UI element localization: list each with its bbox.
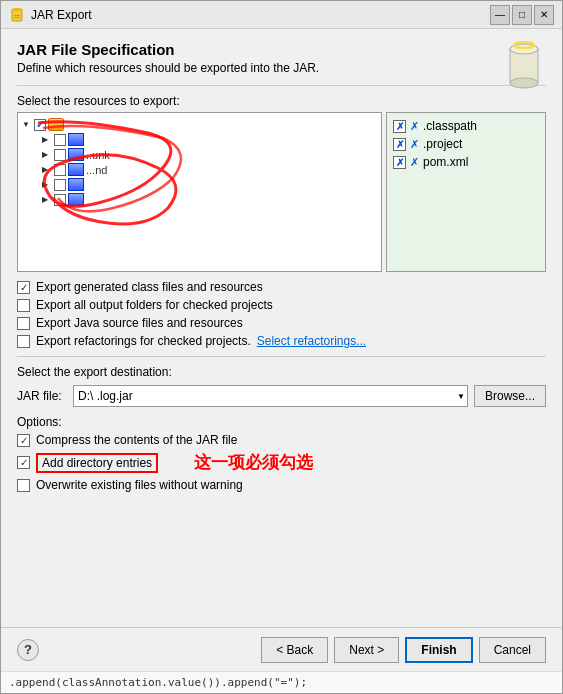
export-option-2[interactable]: Export all output folders for checked pr… <box>17 298 546 312</box>
file-item-pom[interactable]: ✗ ✗ pom.xml <box>393 155 539 169</box>
file-item-project[interactable]: ✗ ✗ .project <box>393 137 539 151</box>
next-button[interactable]: Next > <box>334 637 399 663</box>
overwrite-label: Overwrite existing files without warning <box>36 478 243 492</box>
export-option-label-3: Export Java source files and resources <box>36 316 243 330</box>
divider-1 <box>17 356 546 357</box>
pom-label: pom.xml <box>423 155 468 169</box>
tree-arrow: ▶ <box>42 165 52 174</box>
tree-panel[interactable]: ▼ ✓ ▶ ▶ ..unk <box>17 112 382 272</box>
help-button[interactable]: ? <box>17 639 39 661</box>
svg-point-1 <box>14 8 20 11</box>
classpath-checkbox[interactable]: ✗ <box>393 120 406 133</box>
tree-item-4[interactable]: ▶ ...nd <box>22 162 377 177</box>
footer-left: ? <box>17 639 39 661</box>
svg-point-6 <box>510 78 538 88</box>
main-content: JAR File Specification Define which reso… <box>1 29 562 627</box>
dialog-title: JAR File Specification <box>17 41 486 58</box>
file-item-classpath[interactable]: ✗ ✗ .classpath <box>393 119 539 133</box>
add-dir-label: Add directory entries <box>36 453 158 473</box>
svg-rect-2 <box>14 15 20 16</box>
tree-icon-4 <box>68 163 84 176</box>
tree-arrow: ▶ <box>42 150 52 159</box>
tree-item-3[interactable]: ▶ ..unk <box>22 147 377 162</box>
export-option-label-1: Export generated class files and resourc… <box>36 280 263 294</box>
export-option-label-2: Export all output folders for checked pr… <box>36 298 273 312</box>
svg-rect-3 <box>14 17 20 18</box>
window-controls: — □ ✕ <box>490 5 554 25</box>
project-checkbox[interactable]: ✗ <box>393 138 406 151</box>
export-options-section: Export generated class files and resourc… <box>17 280 546 348</box>
options-group-label: Options: <box>17 415 546 429</box>
tree-checkbox-2[interactable] <box>54 134 66 146</box>
compress-option[interactable]: Compress the contents of the JAR file <box>17 433 546 447</box>
jar-file-value: D:\ .log.jar <box>78 389 133 403</box>
options-group-content: Compress the contents of the JAR file Ad… <box>17 433 546 492</box>
maximize-button[interactable]: □ <box>512 5 532 25</box>
code-text: .append(classAnnotation.value()).append(… <box>9 676 307 689</box>
close-button[interactable]: ✕ <box>534 5 554 25</box>
resources-label: Select the resources to export: <box>17 94 546 108</box>
select-refactorings-link[interactable]: Select refactorings... <box>257 334 366 348</box>
export-checkbox-3[interactable] <box>17 317 30 330</box>
compress-label: Compress the contents of the JAR file <box>36 433 237 447</box>
dest-section-label: Select the export destination: <box>17 365 546 379</box>
export-option-1[interactable]: Export generated class files and resourc… <box>17 280 546 294</box>
add-dir-checkbox[interactable] <box>17 456 30 469</box>
title-bar: JAR Export — □ ✕ <box>1 1 562 29</box>
browse-button[interactable]: Browse... <box>474 385 546 407</box>
project-label: .project <box>423 137 462 151</box>
tree-item-1[interactable]: ▼ ✓ <box>22 117 377 132</box>
export-option-label-4: Export refactorings for checked projects… <box>36 334 251 348</box>
tree-arrow: ▶ <box>42 195 52 204</box>
export-destination-section: Select the export destination: JAR file:… <box>17 365 546 407</box>
tree-checkbox-1[interactable]: ✓ <box>34 119 46 131</box>
overwrite-option[interactable]: Overwrite existing files without warning <box>17 478 546 492</box>
tree-checkbox-4[interactable] <box>54 164 66 176</box>
export-option-3[interactable]: Export Java source files and resources <box>17 316 546 330</box>
tree-item-5[interactable]: ▶ <box>22 177 377 192</box>
x-icon-2: ✗ <box>410 138 419 151</box>
jar-export-window: JAR Export — □ ✕ JAR File Specification … <box>0 0 563 694</box>
jar-file-input[interactable]: D:\ .log.jar ▼ <box>73 385 468 407</box>
tree-checkbox-5[interactable] <box>54 179 66 191</box>
add-dir-option[interactable]: Add directory entries 这一项必须勾选 <box>17 451 546 474</box>
tree-item-6[interactable]: ▶ <box>22 192 377 207</box>
files-panel: ✗ ✗ .classpath ✗ ✗ .project ✗ ✗ pom.xml <box>386 112 546 272</box>
back-button[interactable]: < Back <box>261 637 328 663</box>
tree-icon-2 <box>68 133 84 146</box>
export-checkbox-1[interactable] <box>17 281 30 294</box>
window-icon <box>9 7 25 23</box>
tree-item-label-4: ...nd <box>86 164 107 176</box>
pom-checkbox[interactable]: ✗ <box>393 156 406 169</box>
finish-button[interactable]: Finish <box>405 637 472 663</box>
dialog-description: Define which resources should be exporte… <box>17 61 486 75</box>
options-group: Options: Compress the contents of the JA… <box>17 415 546 492</box>
window-title: JAR Export <box>31 8 484 22</box>
footer-right: < Back Next > Finish Cancel <box>261 637 546 663</box>
dialog-footer: ? < Back Next > Finish Cancel <box>1 627 562 671</box>
tree-icon-6 <box>68 193 84 206</box>
tree-arrow: ▶ <box>42 135 52 144</box>
export-checkbox-2[interactable] <box>17 299 30 312</box>
tree-item-label-3: ..unk <box>86 149 110 161</box>
tree-arrow: ▶ <box>42 180 52 189</box>
jar-file-row: JAR file: D:\ .log.jar ▼ Browse... <box>17 385 546 407</box>
tree-checkbox-6[interactable] <box>54 194 66 206</box>
annotation-text: 这一项必须勾选 <box>194 451 313 474</box>
cancel-button[interactable]: Cancel <box>479 637 546 663</box>
minimize-button[interactable]: — <box>490 5 510 25</box>
tree-icon-5 <box>68 178 84 191</box>
tree-item-2[interactable]: ▶ <box>22 132 377 147</box>
tree-checkbox-3[interactable] <box>54 149 66 161</box>
x-icon: ✗ <box>410 120 419 133</box>
bottom-code-line: .append(classAnnotation.value()).append(… <box>1 671 562 693</box>
export-option-4[interactable]: Export refactorings for checked projects… <box>17 334 546 348</box>
overwrite-checkbox[interactable] <box>17 479 30 492</box>
tree-icon-3 <box>68 148 84 161</box>
dropdown-arrow-icon[interactable]: ▼ <box>457 392 465 401</box>
header-section: JAR File Specification Define which reso… <box>17 41 546 86</box>
compress-checkbox[interactable] <box>17 434 30 447</box>
tree-folder-icon <box>48 118 64 131</box>
export-checkbox-4[interactable] <box>17 335 30 348</box>
classpath-label: .classpath <box>423 119 477 133</box>
